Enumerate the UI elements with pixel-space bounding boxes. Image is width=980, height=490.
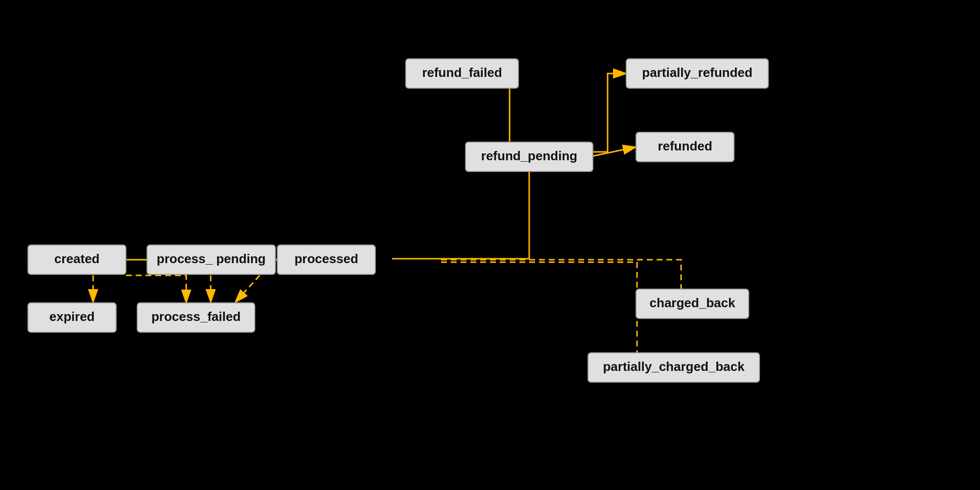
node-charged-back-label: charged_back [650, 295, 735, 310]
node-partially-refunded-label: partially_refunded [642, 65, 752, 80]
node-process-failed-label: process_failed [151, 309, 241, 324]
node-processed-label: processed [294, 251, 358, 266]
node-refund-failed-label: refund_failed [422, 65, 502, 80]
node-expired-label: expired [49, 309, 95, 324]
node-refunded-label: refunded [658, 139, 712, 153]
node-process-pending-label: process_ pending [157, 251, 266, 266]
node-partially-charged-back-label: partially_charged_back [603, 359, 745, 374]
node-created-label: created [54, 251, 100, 266]
node-refund-pending-label: refund_pending [481, 148, 577, 163]
